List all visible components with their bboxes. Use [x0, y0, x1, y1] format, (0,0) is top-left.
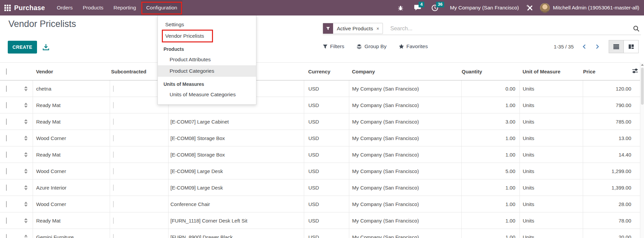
row-handle-cell[interactable] — [16, 80, 33, 97]
list-view-button[interactable] — [609, 40, 624, 53]
create-button[interactable]: CREATE — [8, 41, 37, 54]
menu-item-settings[interactable]: Settings — [158, 19, 256, 30]
menu-item-product-attributes[interactable]: Product Attributes — [158, 54, 256, 65]
table-row[interactable]: chetnaUSDMy Company (San Francisco)0.00U… — [0, 80, 640, 97]
user-menu[interactable]: Mitchell Admin (19053061-master-all) — [553, 5, 639, 11]
subcontracted-cell[interactable] — [110, 163, 168, 179]
group-by-button[interactable]: Group By — [356, 43, 386, 49]
subcontracted-cell[interactable] — [110, 196, 168, 212]
drag-handle-icon[interactable] — [16, 185, 28, 190]
select-all-cell[interactable] — [0, 63, 16, 80]
col-header-vendor[interactable]: Vendor — [33, 63, 110, 80]
row-select-cell[interactable] — [0, 80, 16, 97]
row-select-cell[interactable] — [0, 229, 16, 238]
row-handle-cell[interactable] — [16, 179, 33, 196]
menu-item-units-of-measure-categories[interactable]: Units of Measure Categories — [158, 89, 256, 100]
drag-handle-icon[interactable] — [16, 202, 28, 207]
drag-handle-icon[interactable] — [16, 119, 28, 124]
row-checkbox[interactable] — [6, 234, 7, 238]
subcontracted-checkbox[interactable] — [113, 217, 114, 224]
row-handle-cell[interactable] — [16, 113, 33, 130]
row-checkbox[interactable] — [6, 102, 7, 108]
company-switcher[interactable]: My Company (San Francisco) — [450, 5, 519, 11]
table-row[interactable]: Wood Corner[E-COM08] Storage BoxUSDMy Co… — [0, 130, 640, 146]
facet-remove-icon[interactable]: × — [376, 23, 383, 34]
user-avatar[interactable] — [540, 3, 550, 13]
table-row[interactable]: Ready Mat[E-COM07] Large CabinetUSDMy Co… — [0, 113, 640, 130]
row-handle-cell[interactable] — [16, 146, 33, 163]
app-brand[interactable]: Purchase — [14, 4, 45, 12]
row-handle-cell[interactable] — [16, 163, 33, 179]
subcontracted-checkbox[interactable] — [113, 151, 114, 158]
table-row[interactable]: Wood Corner[E-COM09] Large DeskUSDMy Com… — [0, 163, 640, 179]
drag-handle-icon[interactable] — [16, 152, 28, 157]
row-checkbox[interactable] — [6, 201, 7, 207]
vertical-scrollbar[interactable] — [640, 63, 644, 238]
drag-handle-icon[interactable] — [16, 86, 28, 91]
activities-clock-icon[interactable]: 36 — [431, 4, 438, 11]
row-select-cell[interactable] — [0, 163, 16, 179]
scrollbar-thumb[interactable] — [641, 68, 644, 105]
row-select-cell[interactable] — [0, 130, 16, 146]
row-select-cell[interactable] — [0, 196, 16, 212]
row-checkbox[interactable] — [6, 86, 7, 92]
column-settings-icon[interactable] — [632, 68, 638, 75]
drag-handle-icon[interactable] — [16, 218, 28, 223]
bug-icon[interactable] — [397, 5, 404, 11]
col-header-currency[interactable]: Currency — [304, 63, 349, 80]
scrollbar-up-icon[interactable] — [641, 64, 644, 66]
subcontracted-cell[interactable] — [110, 212, 168, 229]
subcontracted-checkbox[interactable] — [113, 168, 114, 174]
menu-item-vendor-pricelists[interactable]: Vendor Pricelists — [158, 30, 256, 42]
row-handle-cell[interactable] — [16, 229, 33, 238]
row-checkbox[interactable] — [6, 151, 7, 158]
row-checkbox[interactable] — [6, 184, 7, 191]
table-row[interactable]: Ready Mat[FURN_1118] Corner Desk Left Si… — [0, 212, 640, 229]
row-select-cell[interactable] — [0, 113, 16, 130]
subcontracted-checkbox[interactable] — [113, 234, 114, 238]
row-handle-cell[interactable] — [16, 97, 33, 113]
col-header-company[interactable]: Company — [349, 63, 461, 80]
row-checkbox[interactable] — [6, 135, 7, 141]
messages-icon[interactable]: 4 — [414, 4, 421, 11]
table-row[interactable]: Azure Interior[E-COM09] Large DeskUSDMy … — [0, 179, 640, 196]
row-checkbox[interactable] — [6, 217, 7, 224]
table-row[interactable]: Wood CornerConference ChairUSDMy Company… — [0, 196, 640, 212]
table-row[interactable]: Gemini Furniture[FURN_8900] Drawer Black… — [0, 229, 640, 238]
kanban-view-button[interactable] — [624, 40, 639, 53]
debug-tools-icon[interactable] — [526, 4, 533, 11]
subcontracted-checkbox[interactable] — [113, 135, 114, 141]
apps-grid-icon[interactable] — [4, 5, 11, 11]
subcontracted-cell[interactable] — [110, 130, 168, 146]
menu-orders[interactable]: Orders — [52, 0, 78, 15]
row-checkbox[interactable] — [6, 118, 7, 125]
subcontracted-checkbox[interactable] — [113, 201, 114, 207]
subcontracted-checkbox[interactable] — [113, 118, 114, 125]
table-row[interactable]: Ready MatUSDMy Company (San Francisco)1.… — [0, 97, 640, 113]
pager-prev-icon[interactable] — [582, 44, 587, 49]
search-icon[interactable] — [633, 25, 640, 32]
subcontracted-cell[interactable] — [110, 113, 168, 130]
subcontracted-checkbox[interactable] — [113, 184, 114, 191]
drag-handle-icon[interactable] — [16, 169, 28, 174]
export-download-icon[interactable] — [42, 43, 49, 52]
col-header-quantity[interactable]: Quantity — [461, 63, 520, 80]
table-row[interactable]: Ready Mat[E-COM08] Storage BoxUSDMy Comp… — [0, 146, 640, 163]
row-handle-cell[interactable] — [16, 212, 33, 229]
menu-configuration[interactable]: Configuration — [141, 0, 182, 15]
subcontracted-checkbox[interactable] — [113, 102, 114, 108]
drag-handle-icon[interactable] — [16, 136, 28, 141]
search-input[interactable]: Search... — [390, 25, 633, 32]
drag-handle-icon[interactable] — [16, 103, 28, 108]
subcontracted-checkbox[interactable] — [113, 86, 114, 92]
subcontracted-cell[interactable] — [110, 146, 168, 163]
favorites-button[interactable]: Favorites — [399, 43, 428, 49]
drag-handle-icon[interactable] — [16, 235, 28, 238]
filters-button[interactable]: Filters — [323, 43, 344, 49]
row-checkbox[interactable] — [6, 168, 7, 174]
menu-reporting[interactable]: Reporting — [108, 0, 141, 15]
row-select-cell[interactable] — [0, 212, 16, 229]
col-header-uom[interactable]: Unit of Measure — [520, 63, 583, 80]
row-select-cell[interactable] — [0, 97, 16, 113]
subcontracted-cell[interactable] — [110, 179, 168, 196]
